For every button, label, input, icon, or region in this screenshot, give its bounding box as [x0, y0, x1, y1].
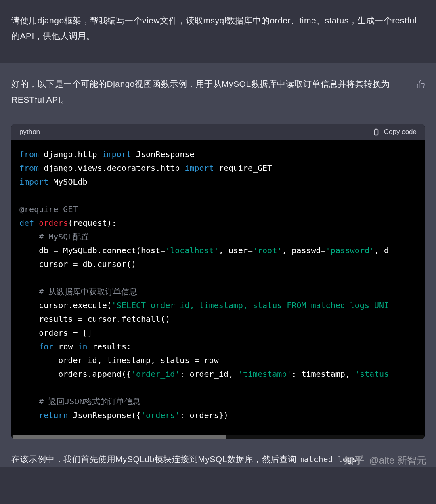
code-content[interactable]: from django.http import JsonResponse fro… [11, 140, 425, 439]
horizontal-scrollbar-track[interactable] [11, 435, 425, 439]
assistant-message: 好的，以下是一个可能的Django视图函数示例，用于从MySQL数据库中读取订单… [0, 63, 436, 447]
user-message: 请使用django框架，帮我编写一个view文件，读取msyql数据库中的ord… [0, 0, 436, 63]
thumbs-up-icon[interactable] [417, 80, 426, 89]
copy-code-button[interactable]: Copy code [373, 128, 417, 136]
assistant-outro-text: 在该示例中，我们首先使用MySQLdb模块连接到MySQL数据库，然后查询 [11, 454, 299, 464]
code-header: python Copy code [11, 124, 425, 140]
copy-code-label: Copy code [384, 128, 417, 136]
clipboard-icon [373, 128, 380, 136]
code-block: python Copy code from django.http import… [11, 124, 425, 439]
assistant-intro-text: 好的，以下是一个可能的Django视图函数示例，用于从MySQL数据库中读取订单… [11, 76, 425, 108]
code-language-label: python [19, 128, 40, 136]
horizontal-scrollbar-thumb[interactable] [13, 435, 226, 439]
assistant-outro: 在该示例中，我们首先使用MySQLdb模块连接到MySQL数据库，然后查询 ma… [0, 447, 436, 467]
svg-rect-0 [374, 130, 378, 135]
inline-code: matched_logs [299, 455, 357, 464]
user-message-text: 请使用django框架，帮我编写一个view文件，读取msyql数据库中的ord… [11, 16, 417, 40]
